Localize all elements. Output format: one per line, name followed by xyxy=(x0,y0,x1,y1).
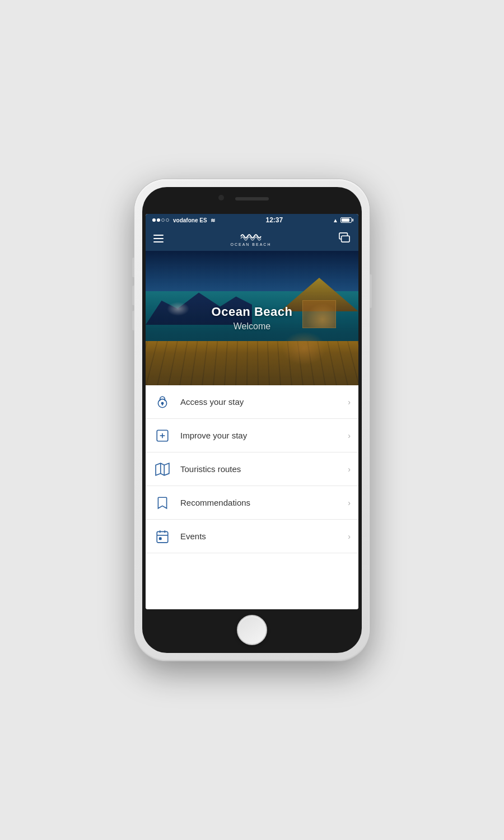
menu-label-touristics-routes: Touristics routes xyxy=(180,464,348,474)
location-icon: ▲ xyxy=(333,217,338,223)
status-bar: vodafone ES ≋ 12:37 ▲ xyxy=(146,214,358,226)
svg-rect-10 xyxy=(157,531,168,543)
map-icon xyxy=(153,460,171,478)
chevron-touristics-routes: › xyxy=(348,465,351,474)
hero-overlay: Ocean Beach Welcome xyxy=(146,251,358,385)
status-time: 12:37 xyxy=(265,216,283,224)
menu-list: Access your stay › Improve your stay › xyxy=(146,385,358,609)
screen: vodafone ES ≋ 12:37 ▲ xyxy=(146,214,358,609)
hamburger-line-1 xyxy=(153,235,164,236)
hamburger-menu-button[interactable] xyxy=(153,235,164,242)
menu-label-recommendations: Recommendations xyxy=(180,498,348,507)
menu-label-improve-stay: Improve your stay xyxy=(180,431,348,440)
signal-dots xyxy=(152,218,169,222)
chevron-improve-stay: › xyxy=(348,431,351,440)
svg-rect-1 xyxy=(342,236,350,242)
signal-dot-1 xyxy=(152,218,156,222)
signal-dot-3 xyxy=(161,218,165,222)
menu-item-access-stay[interactable]: Access your stay › xyxy=(146,385,358,419)
signal-dot-4 xyxy=(166,218,169,222)
hero-title: Ocean Beach xyxy=(212,305,293,319)
brand-logo: OCEAN BEACH xyxy=(231,231,272,246)
wifi-icon: ≋ xyxy=(211,217,215,223)
phone-shell: vodafone ES ≋ 12:37 ▲ xyxy=(134,179,370,661)
menu-label-events: Events xyxy=(180,531,348,541)
menu-item-events[interactable]: Events › xyxy=(146,520,358,553)
chevron-recommendations: › xyxy=(348,498,351,507)
phone-bezel: vodafone ES ≋ 12:37 ▲ xyxy=(142,187,362,653)
hero-image: Ocean Beach Welcome xyxy=(146,251,358,385)
menu-label-access-stay: Access your stay xyxy=(180,397,348,407)
plus-square-icon xyxy=(153,427,171,445)
lock-icon xyxy=(153,393,171,411)
menu-item-recommendations[interactable]: Recommendations › xyxy=(146,486,358,520)
app-header: OCEAN BEACH xyxy=(146,226,358,251)
bookmark-icon xyxy=(153,494,171,512)
speaker xyxy=(235,197,269,200)
front-camera xyxy=(218,195,224,200)
battery-indicator xyxy=(340,217,352,223)
status-right: ▲ xyxy=(333,217,352,223)
home-button[interactable] xyxy=(237,615,267,645)
menu-item-improve-stay[interactable]: Improve your stay › xyxy=(146,419,358,452)
chat-button[interactable] xyxy=(338,232,351,245)
battery-fill xyxy=(342,218,349,222)
svg-rect-14 xyxy=(160,538,161,539)
chevron-access-stay: › xyxy=(348,398,351,407)
brand-waves-svg xyxy=(240,231,262,242)
brand-name: OCEAN BEACH xyxy=(231,242,272,246)
hero-subtitle: Welcome xyxy=(234,321,270,332)
svg-point-3 xyxy=(161,402,163,404)
status-left: vodafone ES ≋ xyxy=(152,217,216,223)
signal-dot-2 xyxy=(157,218,160,222)
hamburger-line-3 xyxy=(153,241,164,242)
chevron-events: › xyxy=(348,532,351,541)
hamburger-line-2 xyxy=(153,238,164,239)
calendar-icon xyxy=(153,528,171,545)
menu-item-touristics-routes[interactable]: Touristics routes › xyxy=(146,452,358,486)
carrier-name: vodafone ES xyxy=(173,217,207,223)
